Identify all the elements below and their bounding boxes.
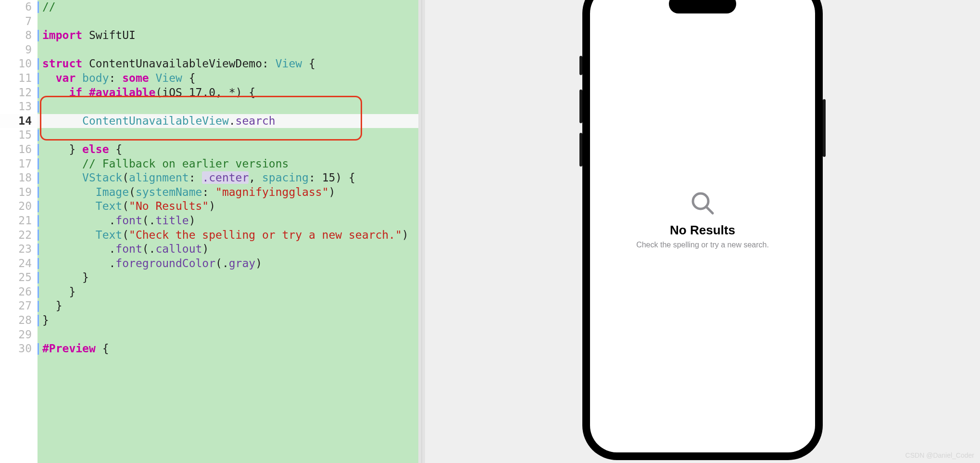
line-number: 19 [0,185,38,200]
change-bar [38,187,39,198]
change-bar [38,58,39,70]
content-unavailable-view: No Results Check the spelling or try a n… [590,0,815,452]
empty-state-title: No Results [670,223,735,238]
watermark: CSDN @Daniel_Coder [905,451,974,459]
code-line[interactable]: } else { [38,142,418,157]
line-number-gutter: 6789101112131415161718192021222324252627… [0,0,38,463]
code-line[interactable]: Text("Check the spelling or try a new se… [38,228,418,243]
code-line[interactable] [38,100,418,114]
line-number: 16 [0,142,38,157]
line-number: 17 [0,157,38,171]
change-bar [38,343,39,355]
code-line[interactable]: Image(systemName: "magnifyingglass") [38,185,418,200]
code-line[interactable]: // Fallback on earlier versions [38,157,418,171]
code-line[interactable] [38,14,418,29]
code-line[interactable]: VStack(alignment: .center, spacing: 15) … [38,171,418,185]
code-line[interactable]: .foregroundColor(.gray) [38,257,418,271]
line-number: 29 [0,328,38,342]
line-number: 20 [0,199,38,214]
change-bar [38,172,39,184]
line-number: 27 [0,299,38,313]
code-area[interactable]: //import SwiftUIstruct ContentUnavailabl… [38,0,418,463]
change-bar [38,158,39,170]
code-line[interactable]: .font(.title) [38,214,418,228]
change-bar [38,244,39,255]
code-line[interactable] [38,43,418,57]
code-line[interactable]: .font(.callout) [38,242,418,257]
code-line[interactable]: import SwiftUI [38,28,418,43]
change-bar [38,272,39,283]
line-number: 30 [0,342,38,356]
code-line[interactable]: } [38,270,418,285]
change-bar [38,215,39,227]
magnifyingglass-icon [690,190,716,218]
code-line[interactable]: if #available(iOS 17.0, *) { [38,86,418,100]
simulator-canvas: No Results Check the spelling or try a n… [425,0,980,463]
line-number: 21 [0,214,38,228]
line-number: 28 [0,313,38,328]
device-screen[interactable]: No Results Check the spelling or try a n… [590,0,815,452]
code-line[interactable]: #Preview { [38,342,418,356]
code-line[interactable] [38,128,418,142]
empty-state-subtitle: Check the spelling or try a new search. [636,241,769,249]
code-line[interactable] [38,328,418,342]
line-number: 23 [0,242,38,257]
change-bar [38,301,39,312]
change-bar [38,230,39,241]
code-line[interactable]: } [38,299,418,313]
line-number: 18 [0,171,38,185]
code-editor[interactable]: 6789101112131415161718192021222324252627… [0,0,418,463]
line-number: 13 [0,100,38,114]
svg-line-1 [706,207,713,213]
code-line[interactable]: } [38,313,418,328]
change-bar [38,129,39,141]
code-line[interactable]: } [38,285,418,299]
change-bar [38,144,39,155]
change-bar [38,315,39,326]
change-bar [38,101,39,113]
change-bar [38,1,39,13]
line-number: 12 [0,86,38,100]
line-number: 8 [0,28,38,43]
code-line[interactable]: ContentUnavailableView.search [38,114,418,129]
change-bar [38,73,39,84]
change-bar [38,87,39,99]
line-number: 6 [0,0,38,14]
change-bar [38,201,39,212]
line-number: 7 [0,14,38,29]
line-number: 9 [0,43,38,57]
change-bar [38,30,39,41]
code-line[interactable]: var body: some View { [38,71,418,86]
code-line[interactable]: struct ContentUnavailableViewDemo: View … [38,57,418,71]
change-bar [38,286,39,298]
line-number: 10 [0,57,38,71]
code-line[interactable]: // [38,0,418,14]
iphone-device-frame: No Results Check the spelling or try a n… [582,0,823,460]
change-bar [38,258,39,270]
line-number: 14 [0,114,38,129]
line-number: 15 [0,128,38,142]
side-button [823,99,826,157]
line-number: 22 [0,228,38,243]
line-number: 26 [0,285,38,299]
line-number: 24 [0,257,38,271]
line-number: 25 [0,270,38,285]
pane-splitter[interactable] [418,0,425,463]
line-number: 11 [0,71,38,86]
code-line[interactable]: Text("No Results") [38,199,418,214]
